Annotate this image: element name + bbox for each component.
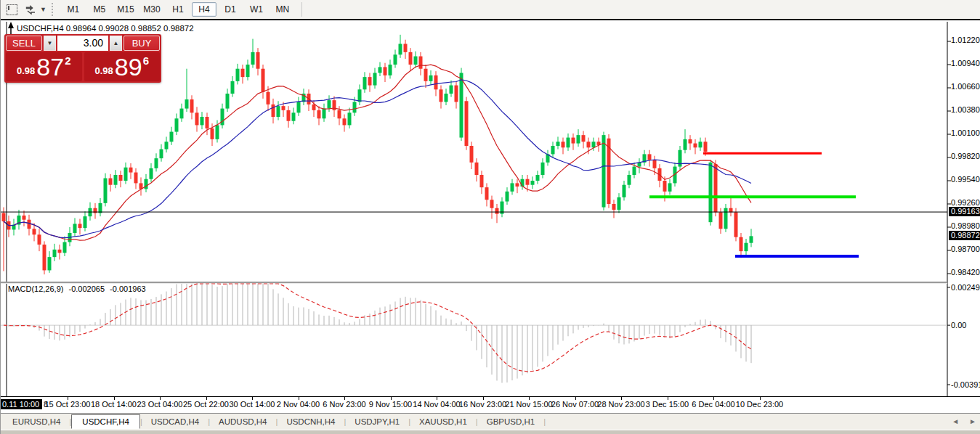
- candle-body: [317, 110, 321, 118]
- candle-body: [389, 65, 392, 75]
- candle-body: [180, 109, 184, 119]
- tab-scroll-right-icon[interactable]: ►: [969, 417, 976, 425]
- status-strip: [1, 430, 980, 434]
- candle-body: [63, 242, 67, 253]
- date-tick: [621, 397, 622, 400]
- volume-increase-button[interactable]: ▲: [110, 36, 122, 51]
- candle-body: [623, 185, 626, 197]
- candle-body: [353, 102, 357, 112]
- timeframe-button-h4[interactable]: H4: [192, 2, 216, 17]
- tab-usdchf-h4[interactable]: USDCHF,H4: [71, 414, 140, 429]
- candle-body: [587, 142, 591, 147]
- tab-usdcad-h4[interactable]: USDCAD,H4: [142, 415, 208, 428]
- timeframe-button-w1[interactable]: W1: [244, 2, 269, 17]
- sell-price-sup: 2: [65, 54, 70, 67]
- timeframe-button-m15[interactable]: M15: [113, 2, 138, 17]
- date-tick-label: 30 Oct 14:00: [230, 400, 275, 409]
- buy-button[interactable]: BUY: [123, 36, 160, 51]
- toolbar-separator: [301, 2, 302, 17]
- swap-arrows-icon[interactable]: [23, 2, 39, 17]
- candle-body: [363, 77, 367, 89]
- candle-body: [414, 57, 418, 65]
- volume-input[interactable]: 3.00: [57, 36, 108, 51]
- buy-price-display[interactable]: 0.98 89 6: [84, 52, 161, 81]
- tab-eurusd-h4[interactable]: EURUSD,H4: [4, 415, 69, 428]
- candle-body: [556, 142, 560, 146]
- candle-body: [536, 175, 540, 181]
- tab-usdcnh-h4[interactable]: USDCNH,H4: [278, 415, 344, 428]
- candle-body: [470, 146, 474, 163]
- current-price-label: 0.98872: [949, 231, 980, 240]
- candle-body: [206, 117, 209, 128]
- candle-body: [155, 158, 158, 168]
- candle-body: [165, 142, 169, 149]
- tab-scroll-left-icon[interactable]: ◄: [952, 417, 959, 425]
- candle-body: [531, 181, 535, 185]
- candle-body: [124, 168, 128, 181]
- sell-price-display[interactable]: 0.98 87 2: [6, 52, 82, 81]
- candle-body: [48, 257, 52, 270]
- candle-body: [450, 86, 453, 94]
- buy-price-big: 89: [115, 52, 142, 81]
- price-tick-label: 1.00100: [951, 128, 980, 137]
- candle-body: [23, 216, 26, 220]
- date-tick: [483, 397, 484, 400]
- candle-body: [2, 213, 6, 221]
- tab-usdjpy-h1[interactable]: USDJPY,H1: [346, 415, 408, 428]
- macd-signal-value: -0.001963: [110, 284, 146, 293]
- candle-body: [617, 197, 621, 210]
- date-tick: [437, 397, 437, 400]
- candle-body: [99, 203, 102, 213]
- date-tick-label: 2 Nov 04:00: [277, 400, 320, 409]
- candle-body: [424, 69, 428, 81]
- timeframe-button-h1[interactable]: H1: [166, 2, 190, 17]
- dropdown-caret-icon[interactable]: ▼: [40, 6, 46, 13]
- date-tick: [529, 397, 530, 400]
- candle-body: [740, 237, 743, 251]
- timeframe-button-m5[interactable]: M5: [87, 2, 112, 17]
- tab-separator: |: [543, 417, 546, 426]
- timeframe-button-m30[interactable]: M30: [139, 2, 164, 17]
- candle-body: [399, 44, 402, 54]
- price-tick-label: 0.99540: [951, 175, 980, 184]
- date-tick-label: 6 Nov 23:00: [323, 400, 365, 409]
- candle-body: [602, 135, 606, 207]
- arrow-up-object[interactable]: [8, 22, 14, 28]
- date-tick-label: 25 Oct 22:00: [183, 400, 229, 409]
- candle-body: [145, 179, 148, 189]
- candle-body: [160, 150, 163, 159]
- chart-area[interactable]: USDCHF,H4 0.98964 0.99028 0.98852 0.9887…: [1, 20, 980, 396]
- date-tick: [713, 397, 714, 400]
- timeframe-button-m1[interactable]: M1: [61, 2, 86, 17]
- candle-body: [53, 250, 57, 257]
- candle-body: [460, 73, 463, 137]
- candle-body: [84, 216, 87, 228]
- candle-body: [511, 183, 514, 191]
- candle-body: [328, 100, 331, 108]
- tab-audusd-h4[interactable]: AUDUSD,H4: [210, 415, 275, 428]
- candle-body: [292, 112, 296, 120]
- date-tick-label: 28 Nov 23:00: [597, 400, 644, 409]
- selection-rectangle-icon[interactable]: [4, 2, 20, 17]
- sell-button[interactable]: SELL: [6, 36, 42, 51]
- candle-body: [343, 118, 347, 125]
- candle-body: [231, 81, 235, 94]
- candle-body: [485, 187, 489, 200]
- date-tick-label: 23 Oct 04:00: [137, 400, 183, 409]
- date-axis[interactable]: 0.11 10:00 8 15 Oct 23:0018 Oct 14:0023 …: [1, 396, 980, 413]
- candle-body: [297, 102, 301, 112]
- candle-body: [689, 139, 692, 144]
- timeframe-button-d1[interactable]: D1: [218, 2, 243, 17]
- price-tick-label: 1.00380: [951, 105, 980, 114]
- candle-body: [150, 168, 153, 179]
- tab-xauusd-h1[interactable]: XAUUSD,H1: [410, 415, 476, 428]
- candle-body: [190, 99, 194, 112]
- candle-body: [58, 250, 62, 253]
- date-tick: [344, 397, 345, 400]
- price-tick-label: 0.98700: [951, 245, 980, 253]
- macd-indicator-label: MACD(12,26,9) -0.002065 -0.001963: [8, 284, 149, 293]
- volume-decrease-button[interactable]: ▼: [44, 36, 56, 51]
- candle-body: [480, 175, 484, 187]
- tab-gbpusd-h1[interactable]: GBPUSD,H1: [478, 415, 543, 428]
- timeframe-button-mn[interactable]: MN: [270, 2, 295, 17]
